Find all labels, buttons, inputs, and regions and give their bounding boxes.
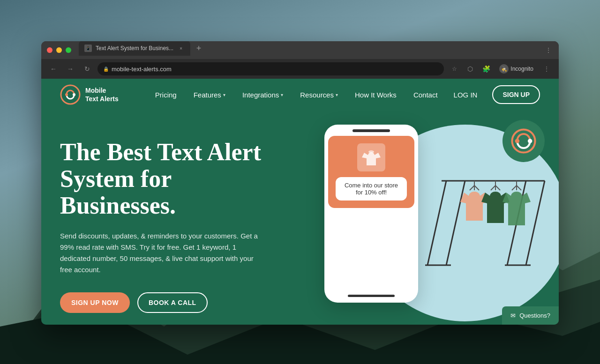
- nav-how-it-works[interactable]: How It Works: [346, 79, 405, 111]
- signup-button[interactable]: SIGN UP: [492, 85, 540, 104]
- cast-icon[interactable]: ⬡: [464, 62, 477, 75]
- minimize-window-button[interactable]: [56, 47, 62, 53]
- svg-point-4: [65, 93, 68, 96]
- brand-logo-circle: [502, 120, 545, 162]
- hero-illustration: Come into our store for 10% off!: [296, 111, 559, 325]
- tab-title: Text Alert System for Busines...: [96, 45, 173, 52]
- hero-buttons: SIGN UP NOW BOOK A CALL: [60, 292, 285, 313]
- nav-features[interactable]: Features ▾: [185, 79, 234, 111]
- nav-links: Pricing Features ▾ Integrations ▾ Resour…: [147, 79, 446, 111]
- brand-circle-icon: [510, 127, 538, 155]
- features-chevron: ▾: [223, 92, 225, 97]
- svg-point-7: [515, 139, 520, 143]
- svg-rect-9: [368, 150, 374, 153]
- bookmark-icon[interactable]: ☆: [448, 62, 461, 75]
- svg-line-14: [526, 181, 545, 265]
- hero-signup-button[interactable]: SIGN UP NOW: [60, 292, 130, 313]
- tab-favicon: 📱: [84, 45, 92, 52]
- notification-icon-area: [357, 143, 385, 171]
- website-content: Mobile Text Alerts Pricing Features ▾ In…: [41, 79, 559, 325]
- hero-content: The Best Text Alert System for Businesse…: [60, 134, 285, 313]
- phone-notch: [352, 129, 390, 132]
- browser-chrome: 📱 Text Alert System for Busines... × + ⋮…: [41, 41, 559, 79]
- site-logo[interactable]: Mobile Text Alerts: [60, 84, 119, 105]
- nav-actions: LOG IN SIGN UP: [446, 85, 540, 104]
- security-icon: 🔒: [103, 67, 109, 72]
- hero-title: The Best Text Alert System for Businesse…: [60, 139, 285, 219]
- phone-mockup: Come into our store for 10% off!: [324, 125, 418, 303]
- menu-button[interactable]: ⋮: [540, 62, 553, 75]
- browser-window: 📱 Text Alert System for Busines... × + ⋮…: [41, 41, 559, 325]
- forward-button[interactable]: →: [64, 62, 77, 75]
- incognito-avatar: 🕵: [499, 64, 509, 74]
- resources-chevron: ▾: [336, 92, 338, 97]
- svg-point-8: [528, 139, 532, 143]
- nav-resources[interactable]: Resources ▾: [292, 79, 346, 111]
- tshirt-icon: [360, 146, 383, 169]
- logo-icon: [60, 84, 81, 105]
- notification-card: Come into our store for 10% off!: [328, 136, 414, 208]
- extensions-icon[interactable]: 🧩: [480, 62, 493, 75]
- nav-contact[interactable]: Contact: [405, 79, 446, 111]
- notification-text: Come into our store for 10% off!: [336, 177, 407, 201]
- svg-line-11: [428, 181, 446, 265]
- new-tab-button[interactable]: +: [192, 42, 205, 55]
- back-button[interactable]: ←: [47, 62, 60, 75]
- address-bar[interactable]: 🔒 mobile-text-alerts.com: [98, 62, 444, 75]
- questions-button[interactable]: ✉ Questions?: [502, 306, 559, 325]
- svg-line-12: [446, 181, 465, 265]
- integrations-chevron: ▾: [281, 92, 283, 97]
- url-text: mobile-text-alerts.com: [112, 66, 172, 73]
- phone-screen: Come into our store for 10% off!: [324, 136, 418, 208]
- active-tab[interactable]: 📱 Text Alert System for Busines... ×: [79, 41, 190, 56]
- incognito-label: Incognito: [510, 66, 533, 72]
- nav-integrations[interactable]: Integrations ▾: [234, 79, 292, 111]
- more-options-button[interactable]: ⋮: [544, 45, 553, 55]
- reload-button[interactable]: ↻: [81, 62, 94, 75]
- email-icon: ✉: [510, 312, 516, 319]
- phone-home-bar: [348, 295, 395, 297]
- incognito-profile-button[interactable]: 🕵 Incognito: [495, 62, 537, 75]
- hero-book-button[interactable]: BOOK A CALL: [137, 292, 208, 313]
- svg-point-3: [61, 85, 80, 104]
- tab-bar: 📱 Text Alert System for Busines... × +: [75, 41, 540, 57]
- toolbar-actions: ☆ ⬡ 🧩 🕵 Incognito ⋮: [448, 62, 553, 75]
- site-navigation: Mobile Text Alerts Pricing Features ▾ In…: [41, 79, 559, 111]
- window-controls: ⋮: [544, 45, 553, 55]
- tab-close-button[interactable]: ×: [177, 45, 185, 52]
- logo-text: Mobile Text Alerts: [85, 86, 119, 103]
- maximize-window-button[interactable]: [66, 47, 71, 53]
- hero-section: The Best Text Alert System for Businesse…: [41, 111, 559, 325]
- browser-toolbar: ← → ↻ 🔒 mobile-text-alerts.com ☆ ⬡ 🧩 🕵 I…: [41, 59, 559, 79]
- browser-titlebar: 📱 Text Alert System for Busines... × + ⋮: [41, 41, 559, 59]
- close-window-button[interactable]: [47, 47, 52, 53]
- hero-description: Send discounts, updates, & reminders to …: [60, 230, 266, 275]
- svg-point-5: [73, 93, 75, 96]
- login-button[interactable]: LOG IN: [446, 87, 485, 103]
- nav-pricing[interactable]: Pricing: [147, 79, 185, 111]
